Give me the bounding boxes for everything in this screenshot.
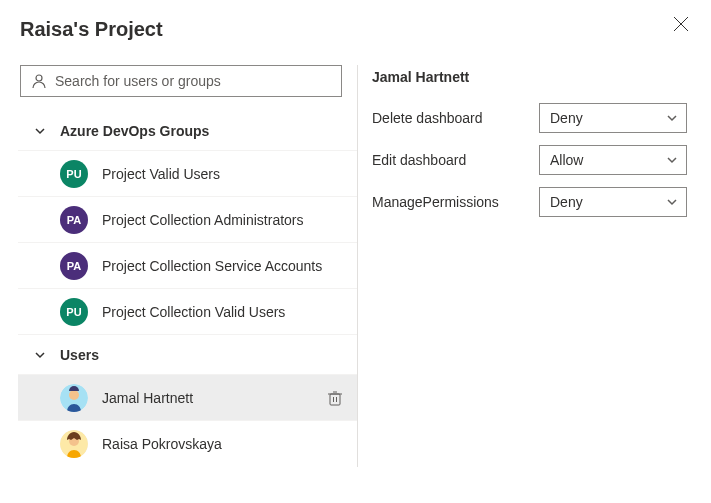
detail-panel: Jamal Hartnett Delete dashboard Deny Edi…	[370, 65, 687, 467]
search-box[interactable]	[20, 65, 342, 97]
permission-label: Delete dashboard	[372, 110, 483, 126]
user-row[interactable]: Raisa Pokrovskaya	[18, 421, 357, 467]
avatar	[60, 430, 88, 458]
section-groups[interactable]: Azure DevOps Groups	[18, 111, 357, 151]
avatar	[60, 384, 88, 412]
chevron-down-icon	[34, 125, 46, 137]
section-users-label: Users	[60, 347, 99, 363]
avatar-badge: PA	[60, 206, 88, 234]
chevron-down-icon	[666, 196, 678, 208]
delete-user-button[interactable]	[327, 390, 343, 406]
detail-title: Jamal Hartnett	[372, 69, 687, 85]
group-row[interactable]: PU Project Valid Users	[18, 151, 357, 197]
group-name: Project Collection Valid Users	[102, 304, 285, 320]
permission-row: Delete dashboard Deny	[370, 103, 687, 133]
trash-icon	[327, 390, 343, 406]
section-groups-label: Azure DevOps Groups	[60, 123, 209, 139]
permission-value: Deny	[550, 110, 583, 126]
group-name: Project Collection Administrators	[102, 212, 304, 228]
svg-rect-5	[330, 394, 340, 405]
search-input[interactable]	[55, 73, 331, 89]
group-name: Project Valid Users	[102, 166, 220, 182]
user-row[interactable]: Jamal Hartnett	[18, 375, 357, 421]
permission-value: Allow	[550, 152, 583, 168]
left-panel: Azure DevOps Groups PU Project Valid Use…	[18, 65, 358, 467]
chevron-down-icon	[34, 349, 46, 361]
permission-select[interactable]: Allow	[539, 145, 687, 175]
chevron-down-icon	[666, 154, 678, 166]
permission-select[interactable]: Deny	[539, 103, 687, 133]
group-name: Project Collection Service Accounts	[102, 258, 322, 274]
close-icon	[673, 16, 689, 32]
avatar-badge: PU	[60, 298, 88, 326]
permission-value: Deny	[550, 194, 583, 210]
section-users[interactable]: Users	[18, 335, 357, 375]
permission-label: Edit dashboard	[372, 152, 466, 168]
group-row[interactable]: PA Project Collection Administrators	[18, 197, 357, 243]
permission-select[interactable]: Deny	[539, 187, 687, 217]
chevron-down-icon	[666, 112, 678, 124]
user-name: Raisa Pokrovskaya	[102, 436, 222, 452]
permission-row: Edit dashboard Allow	[370, 145, 687, 175]
person-icon	[31, 73, 47, 89]
page-title: Raisa's Project	[18, 18, 687, 41]
permission-row: ManagePermissions Deny	[370, 187, 687, 217]
close-button[interactable]	[671, 14, 691, 34]
permission-label: ManagePermissions	[372, 194, 499, 210]
group-row[interactable]: PA Project Collection Service Accounts	[18, 243, 357, 289]
user-name: Jamal Hartnett	[102, 390, 193, 406]
svg-point-2	[36, 75, 42, 81]
avatar-badge: PU	[60, 160, 88, 188]
avatar-badge: PA	[60, 252, 88, 280]
group-row[interactable]: PU Project Collection Valid Users	[18, 289, 357, 335]
svg-point-4	[69, 390, 79, 400]
